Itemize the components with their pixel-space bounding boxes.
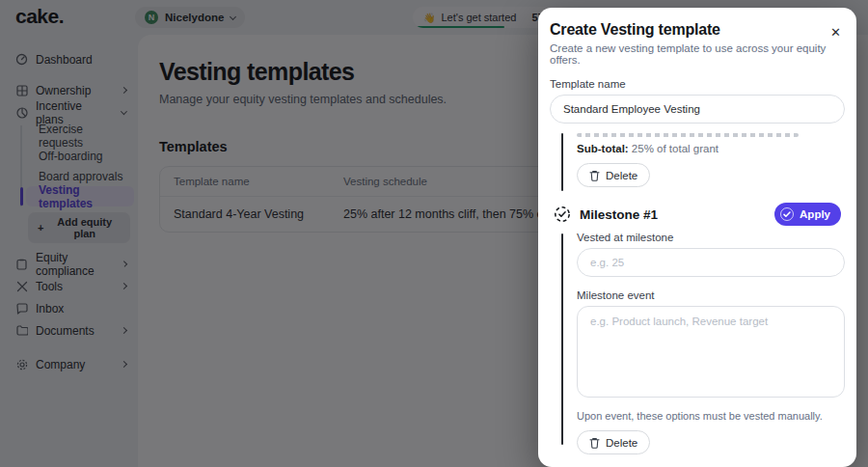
timeline-line <box>561 133 563 191</box>
vested-at-milestone-label: Vested at milestone <box>577 232 845 243</box>
apply-button-label: Apply <box>800 208 830 220</box>
vested-at-milestone-input[interactable] <box>577 248 845 277</box>
apply-button[interactable]: Apply <box>774 203 841 226</box>
modal-title: Create Vesting template <box>550 21 845 39</box>
timeline-line <box>561 234 563 445</box>
check-icon <box>780 207 794 221</box>
subtotal-text: Sub-total: 25% of total grant <box>577 143 845 154</box>
milestone-body-block: Vested at milestone Milestone event Upon… <box>550 232 845 454</box>
delete-button-label: Delete <box>606 170 637 181</box>
milestone-event-label: Milestone event <box>577 289 845 301</box>
template-name-input[interactable] <box>550 95 845 124</box>
milestone-title: Milestone #1 <box>580 207 774 222</box>
milestone-event-textarea[interactable] <box>577 306 845 398</box>
trash-icon <box>589 437 600 449</box>
clipped-text-remnant <box>577 133 799 137</box>
modal-subtitle: Create a new vesting template to use acr… <box>550 42 845 66</box>
create-vesting-template-modal: Create Vesting template Create a new ves… <box>538 8 856 467</box>
delete-button-label: Delete <box>606 437 637 449</box>
app-root: cake. N Nicelydone 👋 Let's get started 5… <box>0 0 868 467</box>
subtotal-value: 25% of total grant <box>632 143 719 154</box>
subtotal-label: Sub-total: <box>577 143 629 154</box>
trash-icon <box>589 170 600 181</box>
template-name-label: Template name <box>550 78 845 90</box>
milestone-note: Upon event, these options must be vested… <box>577 410 845 422</box>
close-icon[interactable]: ✕ <box>830 25 841 40</box>
milestone-check-icon <box>554 206 571 223</box>
delete-milestone-button[interactable]: Delete <box>577 430 650 454</box>
delete-schedule-button[interactable]: Delete <box>577 163 650 187</box>
previous-schedule-block: Sub-total: 25% of total grant Delete <box>550 133 845 187</box>
milestone-header: Milestone #1 Apply <box>550 203 845 226</box>
